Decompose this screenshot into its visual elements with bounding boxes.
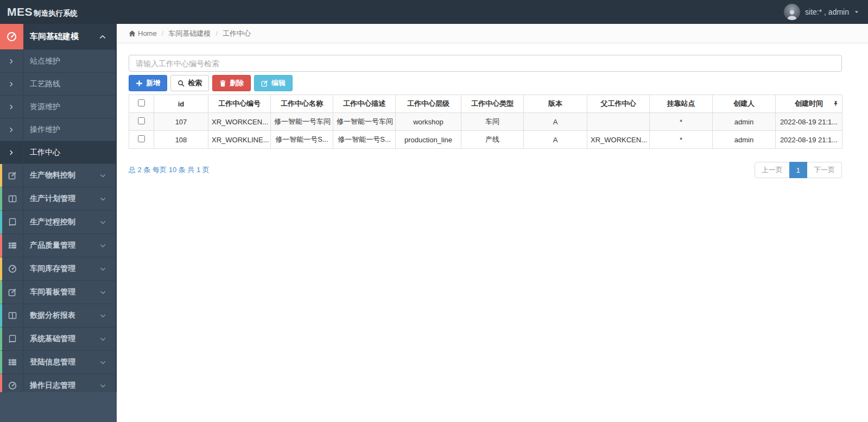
sidebar-group-label: 生产计划管理 xyxy=(23,194,100,204)
sidebar-group-label: 生产过程控制 xyxy=(23,217,100,227)
chevron-down-icon xyxy=(100,360,106,366)
search-button[interactable]: 检索 xyxy=(170,75,209,91)
chevron-up-icon xyxy=(99,34,106,40)
sidebar-menu: 车间基础建模 站点维护 工艺路线 资源维护 操作维护 工作中心 xyxy=(0,24,117,392)
page-body: 新增 检索 删除 编辑 xyxy=(117,43,868,178)
user-menu[interactable]: site:* , admin xyxy=(784,4,859,20)
prev-page-button[interactable]: 上一页 xyxy=(755,162,790,178)
breadcrumb-home[interactable]: Home xyxy=(138,29,157,37)
sidebar-group-data-analysis-report[interactable]: 数据分析报表 xyxy=(0,304,116,327)
column-header-parent-work-center[interactable]: 父工作中心 xyxy=(587,95,650,113)
column-header-creator[interactable]: 创建人 xyxy=(713,95,776,113)
chevron-down-icon xyxy=(100,383,106,389)
sidebar-group-production-plan-management[interactable]: 生产计划管理 xyxy=(0,187,116,211)
row-checkbox[interactable] xyxy=(138,117,145,124)
table-row: 107 XR_WORKCEN... 修一智能一号车间 修一智能一号车间 work… xyxy=(129,113,842,131)
chevron-down-icon xyxy=(100,243,106,249)
sidebar-group-system-basic-management[interactable]: 系统基础管理 xyxy=(0,327,116,351)
sidebar-group-label: 产品质量管理 xyxy=(23,241,100,250)
chevron-down-icon xyxy=(100,289,106,295)
trash-icon xyxy=(219,80,226,87)
chevron-down-icon xyxy=(100,313,106,319)
column-header-attached-site[interactable]: 挂靠站点 xyxy=(650,95,713,113)
column-header-create-time[interactable]: 创建时间 xyxy=(776,95,842,113)
sidebar-group-production-material-control[interactable]: 生产物料控制 xyxy=(0,164,116,187)
cell-creator: admin xyxy=(713,113,776,131)
cell-site: * xyxy=(650,131,713,149)
cell-parent xyxy=(587,113,650,131)
breadcrumb-separator: / xyxy=(162,29,164,37)
sidebar-item-resource-maintenance[interactable]: 资源维护 xyxy=(0,96,116,118)
parent-icon-box xyxy=(0,24,23,49)
sidebar-group-label: 数据分析报表 xyxy=(23,311,100,320)
chevron-right-icon xyxy=(0,50,23,72)
table-header-row: id 工作中心编号 工作中心名称 工作中心描述 工作中心层级 工作中心类型 版本… xyxy=(129,95,842,113)
sidebar-item-process-route[interactable]: 工艺路线 xyxy=(0,73,116,96)
column-header-version[interactable]: 版本 xyxy=(524,95,587,113)
sidebar-group-product-quality-management[interactable]: 产品质量管理 xyxy=(0,234,116,257)
cell-name: 修一智能一号S... xyxy=(271,131,333,149)
sidebar-group-workshop-basic-modeling[interactable]: 车间基础建模 xyxy=(0,24,116,50)
cell-create-time: 2022-08-19 21:1... xyxy=(776,113,842,131)
row-checkbox[interactable] xyxy=(138,135,145,142)
plus-icon xyxy=(136,80,143,87)
delete-button-label: 删除 xyxy=(230,78,244,88)
chevron-right-icon xyxy=(0,118,23,141)
search-input[interactable] xyxy=(129,55,842,72)
book-icon xyxy=(2,211,23,234)
sidebar-group-operation-log-management[interactable]: 操作日志管理 xyxy=(0,374,116,392)
sidebar-item-work-center[interactable]: 工作中心 xyxy=(0,141,116,164)
chevron-down-icon xyxy=(100,336,106,342)
book-icon xyxy=(2,327,23,350)
column-header-work-center-name[interactable]: 工作中心名称 xyxy=(271,95,333,113)
list-icon xyxy=(2,234,23,257)
add-button[interactable]: 新增 xyxy=(129,75,167,91)
chevron-right-icon xyxy=(0,96,23,118)
top-bar: MES 制造执行系统 site:* , admin xyxy=(0,0,868,24)
column-header-id[interactable]: id xyxy=(154,95,208,113)
cell-desc: 修一智能一号S... xyxy=(333,131,396,149)
cell-type: 车间 xyxy=(461,113,524,131)
sidebar-item-operation-maintenance[interactable]: 操作维护 xyxy=(0,118,116,141)
user-avatar xyxy=(784,4,800,20)
sidebar-group-label: 车间库存管理 xyxy=(23,264,100,274)
chevron-down-icon xyxy=(100,219,106,225)
breadcrumb-section[interactable]: 车间基础建模 xyxy=(168,29,211,39)
sidebar-item-label: 站点维护 xyxy=(23,56,60,66)
sidebar-item-site-maintenance[interactable]: 站点维护 xyxy=(0,50,116,73)
caret-down-icon xyxy=(854,9,859,15)
column-header-work-center-type[interactable]: 工作中心类型 xyxy=(461,95,524,113)
delete-button[interactable]: 删除 xyxy=(212,75,251,91)
cell-version: A xyxy=(524,113,587,131)
pin-icon[interactable] xyxy=(833,101,839,107)
sidebar-item-label: 工艺路线 xyxy=(23,79,60,89)
sidebar-group-label: 操作日志管理 xyxy=(23,381,100,390)
sidebar: 车间基础建模 站点维护 工艺路线 资源维护 操作维护 工作中心 xyxy=(0,24,117,422)
cell-id: 108 xyxy=(154,131,208,149)
pencil-square-icon xyxy=(2,164,23,187)
user-icon xyxy=(786,8,798,20)
select-all-checkbox[interactable] xyxy=(138,99,145,106)
sidebar-group-production-process-control[interactable]: 生产过程控制 xyxy=(0,211,116,234)
edit-button[interactable]: 编辑 xyxy=(254,75,293,91)
chevron-down-icon xyxy=(100,266,106,272)
sidebar-group-workshop-inventory-management[interactable]: 车间库存管理 xyxy=(0,257,116,281)
sidebar-group-workshop-kanban-management[interactable]: 车间看板管理 xyxy=(0,281,116,304)
edit-button-label: 编辑 xyxy=(271,78,286,88)
breadcrumb-current: 工作中心 xyxy=(223,29,251,39)
column-header-work-center-desc[interactable]: 工作中心描述 xyxy=(333,95,396,113)
search-icon xyxy=(178,80,185,87)
app-logo: MES 制造执行系统 xyxy=(7,5,78,18)
column-header-work-center-level[interactable]: 工作中心层级 xyxy=(396,95,461,113)
columns-icon xyxy=(2,187,23,210)
cell-code: XR_WORKCEN... xyxy=(208,113,271,131)
sidebar-group-login-info-management[interactable]: 登陆信息管理 xyxy=(0,351,116,374)
column-header-work-center-code[interactable]: 工作中心编号 xyxy=(208,95,271,113)
cell-creator: admin xyxy=(713,131,776,149)
page-1-button[interactable]: 1 xyxy=(789,162,807,178)
chevron-down-icon xyxy=(100,173,106,179)
next-page-button[interactable]: 下一页 xyxy=(807,162,842,178)
sidebar-group-label: 系统基础管理 xyxy=(23,334,100,344)
logo-text-mes: MES xyxy=(7,5,33,18)
search-button-label: 检索 xyxy=(188,78,202,88)
